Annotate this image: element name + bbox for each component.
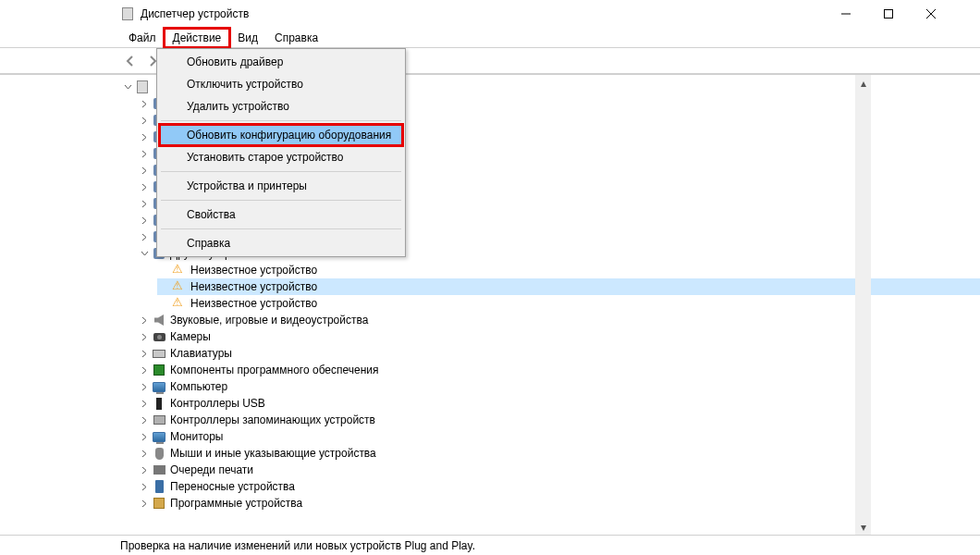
vertical-scrollbar[interactable]: ▴ ▾ [855,75,871,535]
tree-node-label: Программные устройства [170,497,302,510]
tree-node[interactable]: Мониторы [137,428,980,445]
expand-icon[interactable] [139,398,150,409]
expand-icon[interactable] [139,448,150,459]
statusbar: Проверка на наличие изменений или новых … [0,535,980,555]
mouse-icon [152,446,166,461]
monitor-icon [152,429,166,444]
expand-icon[interactable] [139,148,150,159]
expand-icon[interactable] [139,215,150,226]
tree-node[interactable]: Компоненты программного обеспечения [137,362,980,378]
menu-separator [161,200,401,201]
menu-separator [161,171,401,172]
pc-icon [135,80,150,94]
toolbar [0,48,980,74]
expand-icon[interactable] [139,464,150,475]
menu-файл[interactable]: Файл [120,29,165,47]
close-button[interactable] [910,0,952,28]
warn-icon [172,279,187,294]
svg-rect-1 [885,10,893,18]
expand-icon[interactable] [139,348,150,359]
spacer [159,265,170,276]
expand-icon[interactable] [139,165,150,176]
expand-icon[interactable] [139,181,150,192]
chip-icon [152,363,166,377]
tree-node-label: Звуковые, игровые и видеоустройства [170,314,368,327]
expand-icon[interactable] [139,414,150,426]
window-controls [825,0,952,28]
tree-node[interactable]: Контроллеры USB [137,395,980,412]
tree-node[interactable]: Камеры [137,328,980,345]
tree-node[interactable]: Клавиатуры [137,345,980,362]
menu-separator [161,228,401,229]
expand-icon[interactable] [139,131,150,142]
expand-icon[interactable] [139,381,150,392]
tree-node-label: Компьютер [170,380,227,393]
menubar: ФайлДействиеВидСправка Обновить драйверО… [0,28,980,48]
storage-icon [152,413,166,427]
menu-справка[interactable]: Справка [266,29,326,47]
tree-node-label: Неизвестное устройство [190,264,317,277]
tree-node[interactable]: Переносные устройства [137,478,980,495]
camera-icon [152,329,166,344]
tree-node[interactable]: Компьютер [137,378,980,395]
menu-separator [161,120,401,121]
back-button[interactable] [120,51,141,71]
tree-node-label: Переносные устройства [170,480,295,493]
tree-node[interactable]: Контроллеры запоминающих устройств [137,412,980,428]
tree-node-label: Неизвестное устройство [190,297,317,310]
expand-icon[interactable] [139,314,150,326]
expand-icon[interactable] [139,98,150,109]
scroll-down-button[interactable]: ▾ [855,519,871,535]
portable-icon [152,479,166,494]
maximize-button[interactable] [867,0,910,28]
tree-node-label: Мониторы [170,430,223,443]
usb-icon [152,396,166,411]
monitor-icon [152,379,166,394]
dropdown-item[interactable]: Обновить драйвер [159,51,403,73]
titlebar: Диспетчер устройств [0,0,980,28]
collapse-icon[interactable] [122,81,133,92]
tree-node[interactable]: Звуковые, игровые и видеоустройства [137,312,980,328]
window-title: Диспетчер устройств [141,7,825,20]
scroll-track[interactable] [855,91,871,519]
window: Диспетчер устройств ФайлДействиеВидСправ… [0,0,980,555]
expand-icon[interactable] [139,431,150,442]
dropdown-item[interactable]: Устройства и принтеры [159,175,403,197]
expand-icon[interactable] [139,115,150,126]
spacer [159,281,170,292]
warn-icon [172,263,187,278]
expand-icon[interactable] [139,498,150,509]
dropdown-item[interactable]: Справка [159,232,403,254]
scroll-up-button[interactable]: ▴ [855,75,871,91]
dropdown-item[interactable]: Отключить устройство [159,73,403,95]
warn-icon [172,296,187,311]
tree-node[interactable]: Программные устройства [137,495,980,512]
menu-вид[interactable]: Вид [229,29,266,47]
printer-icon [152,462,166,477]
action-dropdown: Обновить драйверОтключить устройствоУдал… [156,48,406,257]
dropdown-item[interactable]: Свойства [159,204,403,226]
tree-node-label: Очереди печати [170,463,253,476]
device-tree[interactable]: Другие устройстваНеизвестное устройствоН… [0,75,980,535]
content-area: Другие устройстваНеизвестное устройствоН… [0,74,980,535]
tree-node[interactable]: Мыши и иные указывающие устройства [137,445,980,462]
expand-icon[interactable] [139,231,150,242]
tree-node[interactable]: Очереди печати [137,462,980,478]
keyboard-icon [152,346,166,361]
app-icon [120,6,135,21]
spacer [159,298,170,309]
dropdown-item[interactable]: Установить старое устройство [159,146,403,168]
expand-icon[interactable] [139,331,150,342]
dropdown-item[interactable]: Удалить устройство [159,95,403,117]
collapse-icon[interactable] [139,248,150,259]
expand-icon[interactable] [139,364,150,376]
expand-icon[interactable] [139,481,150,492]
dropdown-item[interactable]: Обновить конфигурацию оборудования [159,124,403,146]
minimize-button[interactable] [825,0,867,28]
tree-node-label: Клавиатуры [170,347,232,360]
menu-действие[interactable]: Действие [165,29,230,47]
expand-icon[interactable] [139,198,150,209]
tree-node-label: Мыши и иные указывающие устройства [170,447,376,460]
tree-node-label: Контроллеры запоминающих устройств [170,413,375,426]
tree-node-label: Камеры [170,330,211,343]
